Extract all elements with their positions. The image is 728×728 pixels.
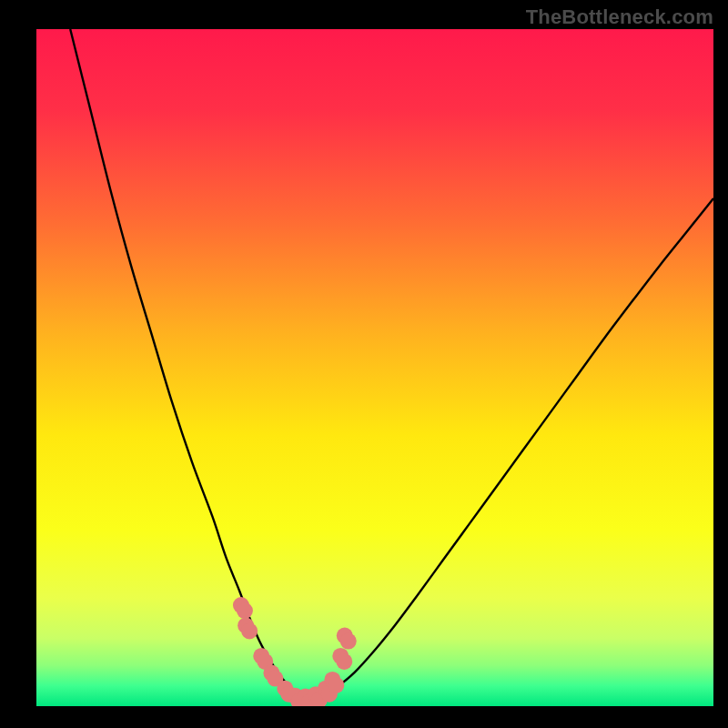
marker-dot bbox=[241, 622, 258, 639]
bottleneck-curve bbox=[70, 29, 713, 700]
marker-dot bbox=[340, 633, 357, 650]
plot-area bbox=[36, 29, 713, 706]
chart-frame: TheBottleneck.com bbox=[0, 0, 728, 728]
marker-dot bbox=[336, 653, 352, 670]
watermark-text: TheBottleneck.com bbox=[526, 5, 713, 29]
curve-layer bbox=[36, 29, 713, 706]
marker-dot bbox=[328, 677, 344, 693]
highlight-markers bbox=[233, 597, 357, 706]
marker-dot bbox=[237, 602, 253, 619]
